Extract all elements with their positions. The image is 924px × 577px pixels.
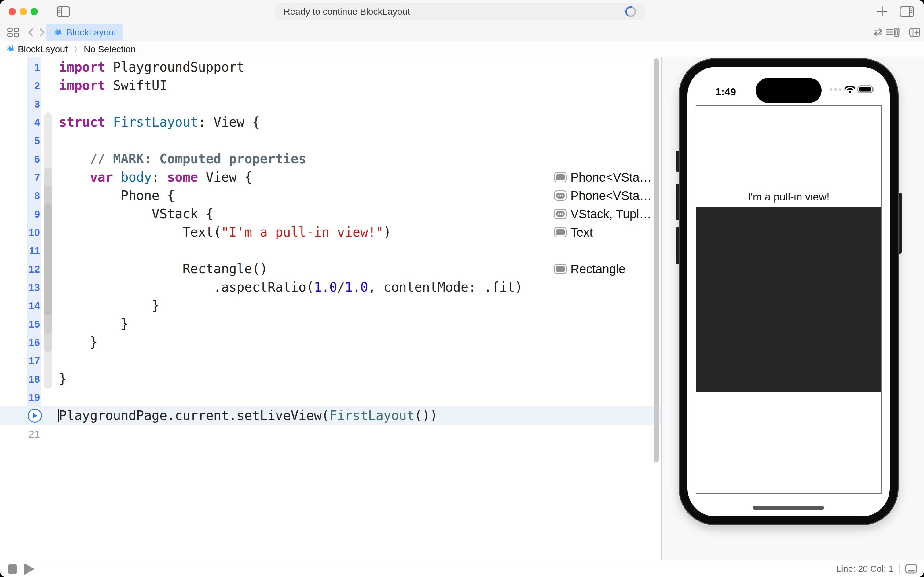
code-text: var body: some View {	[59, 168, 252, 187]
line-number: 17	[0, 351, 40, 370]
phone-volume-down-button	[676, 227, 680, 264]
go-back-button[interactable]	[27, 28, 35, 37]
code-text: Rectangle()	[59, 260, 268, 278]
code-line[interactable]: 11	[0, 242, 660, 260]
phone-power-button	[897, 193, 902, 254]
dynamic-island	[756, 78, 822, 103]
add-playground-button[interactable]	[876, 5, 889, 18]
code-line[interactable]: 21	[0, 425, 660, 443]
toggle-right-sidebar-button[interactable]	[900, 6, 914, 17]
add-editor-button[interactable]	[910, 28, 920, 37]
text-cursor	[58, 409, 59, 422]
toggle-live-view-button[interactable]	[873, 28, 883, 37]
iphone-frame: 1:49 I'm	[679, 59, 898, 524]
go-forward-button[interactable]	[38, 28, 46, 37]
code-line[interactable]: 15 }	[0, 315, 660, 333]
code-line[interactable]: 5	[0, 131, 660, 150]
grid-icon	[7, 28, 19, 37]
tab-blocklayout[interactable]: BlockLayout	[47, 24, 124, 41]
code-text: import PlaygroundSupport	[59, 58, 245, 76]
line-number: 16	[0, 333, 40, 351]
line-number: 21	[0, 425, 40, 443]
editor-scrollbar[interactable]	[654, 58, 659, 463]
editor-options-icon	[886, 27, 900, 37]
code-line[interactable]: 6 // MARK: Computed properties	[0, 150, 660, 168]
swift-file-icon	[53, 28, 63, 37]
tab-overview-button[interactable]	[7, 28, 19, 37]
result-label: Phone<VSta…	[570, 171, 652, 184]
code-text: VStack {	[59, 205, 214, 223]
breadcrumb-separator: 〉	[74, 44, 77, 54]
zoom-window-button[interactable]	[31, 8, 38, 15]
code-line[interactable]: PlaygroundPage.current.setLiveView(First…	[0, 406, 660, 425]
line-number: 4	[0, 113, 40, 131]
code-editor[interactable]: 1import PlaygroundSupport2import SwiftUI…	[0, 58, 660, 443]
code-line[interactable]: 14 }	[0, 297, 660, 315]
close-window-button[interactable]	[8, 8, 16, 15]
result-item[interactable]: Phone<VSta…	[554, 169, 652, 185]
tab-label: BlockLayout	[66, 27, 116, 38]
code-line[interactable]: 4struct FirstLayout: View {	[0, 113, 660, 131]
wifi-icon	[845, 85, 856, 94]
code-text: Phone {	[59, 187, 175, 205]
minimize-window-button[interactable]	[19, 8, 27, 15]
status-bar: Line: 20 Col: 1	[0, 560, 924, 577]
line-number: 6	[0, 150, 40, 168]
line-col-indicator: Line: 20 Col: 1	[836, 564, 893, 574]
result-item[interactable]: VStack, Tupl…	[554, 206, 652, 222]
stop-button[interactable]	[8, 564, 17, 574]
code-text: }	[59, 333, 97, 351]
line-number: 7	[0, 168, 40, 187]
line-number: 2	[0, 76, 40, 95]
jump-bar: BlockLayout 〉 No Selection	[0, 41, 924, 58]
breadcrumb-selection[interactable]: No Selection	[84, 44, 136, 55]
swift-file-icon	[6, 45, 15, 53]
line-number: 5	[0, 131, 40, 150]
result-plain-icon	[554, 172, 567, 182]
run-button[interactable]	[24, 563, 34, 575]
result-dots-icon	[554, 209, 567, 219]
statusbar-divider	[899, 564, 900, 573]
code-line[interactable]: 1import PlaygroundSupport	[0, 58, 660, 76]
result-item[interactable]: Phone<VSta…	[554, 188, 652, 203]
editor-options-button[interactable]	[886, 27, 900, 37]
result-plain-icon	[554, 227, 567, 237]
code-line[interactable]: 2import SwiftUI	[0, 76, 660, 95]
playground-window: Ready to continue BlockLayout	[0, 0, 924, 577]
activity-status-text: Ready to continue BlockLayout	[283, 6, 410, 17]
plus-icon	[876, 5, 889, 18]
live-view-pane: 1:49 I'm	[662, 57, 924, 560]
result-item[interactable]: Rectangle	[554, 261, 625, 277]
toggle-left-sidebar-button[interactable]	[57, 6, 70, 17]
chevron-right-icon	[38, 28, 46, 37]
chevron-left-icon	[27, 28, 35, 37]
line-number: 19	[0, 388, 40, 406]
result-label: VStack, Tupl…	[570, 207, 652, 221]
code-line[interactable]: 3	[0, 95, 660, 113]
line-number: 18	[0, 370, 40, 388]
line-number: 15	[0, 315, 40, 333]
iphone-screen: 1:49 I'm	[687, 67, 890, 516]
result-label: Phone<VSta…	[570, 189, 652, 203]
play-icon	[32, 412, 38, 419]
breadcrumb-file[interactable]: BlockLayout	[18, 44, 68, 55]
code-line[interactable]: 19	[0, 388, 660, 406]
result-item[interactable]: Text	[554, 225, 593, 240]
bottom-panel-toggle-button[interactable]	[905, 564, 917, 574]
code-line[interactable]: 17	[0, 351, 660, 370]
line-number: 3	[0, 95, 40, 113]
line-number: 13	[0, 278, 40, 297]
code-line[interactable]: 18}	[0, 370, 660, 388]
line-number: 9	[0, 205, 40, 223]
code-text: PlaygroundPage.current.setLiveView(First…	[59, 406, 438, 425]
phone-volume-up-button	[676, 184, 680, 220]
line-number: 14	[0, 297, 40, 315]
run-to-line-button[interactable]	[28, 409, 42, 423]
main-area: 1import PlaygroundSupport2import SwiftUI…	[0, 57, 924, 560]
result-label: Text	[570, 226, 593, 239]
code-line[interactable]: 13 .aspectRatio(1.0/1.0, contentMode: .f…	[0, 278, 660, 297]
code-text: // MARK: Computed properties	[59, 150, 306, 168]
code-text: struct FirstLayout: View {	[59, 113, 260, 131]
code-line[interactable]: 16 }	[0, 333, 660, 351]
result-dots-icon	[554, 190, 567, 201]
